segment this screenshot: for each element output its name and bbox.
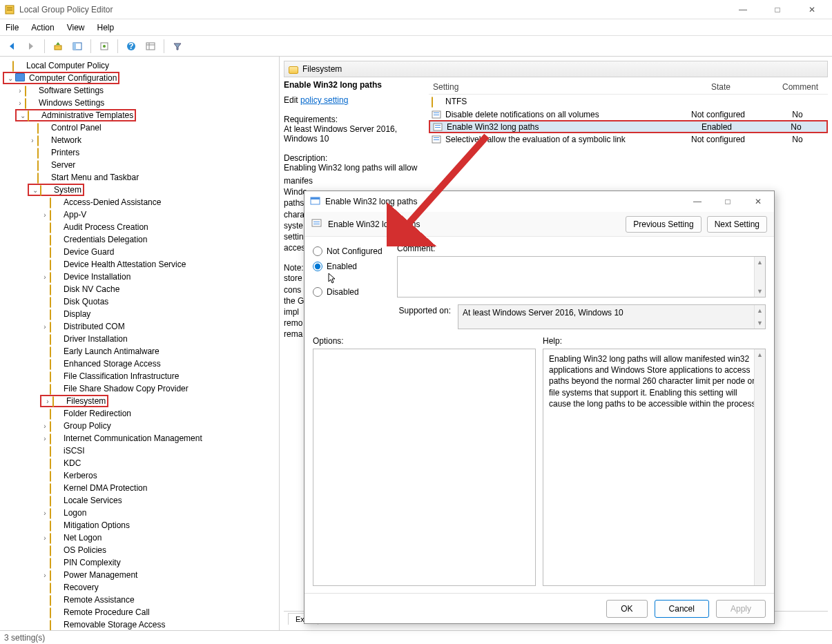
tree-item[interactable]: Removable Storage Access [0, 618, 279, 630]
tree-item-label: Display [64, 309, 90, 319]
tree-item[interactable]: Net Logon [0, 531, 279, 544]
col-state[interactable]: State [669, 80, 773, 94]
tree-item[interactable]: Control Panel [0, 121, 279, 134]
dialog-minimize-button[interactable]: ― [687, 197, 708, 206]
folder-icon [50, 384, 61, 393]
tree-item[interactable]: Disk NV Cache [0, 283, 279, 295]
tree-item-label: Mitigation Options [64, 520, 130, 530]
menu-help[interactable]: Help [97, 23, 115, 32]
tree-item[interactable]: Remote Procedure Call [0, 606, 279, 618]
tree-item[interactable]: Internet Communication Management [0, 432, 279, 445]
folder-icon [37, 173, 48, 182]
requirements-label: Requirements: [284, 115, 423, 124]
tree-item[interactable]: Device Health Attestation Service [0, 258, 279, 271]
tree-item[interactable]: Power Management [0, 569, 279, 581]
previous-setting-button[interactable]: Previous Setting [626, 216, 701, 233]
tree-item[interactable]: OS Policies [0, 544, 279, 556]
apply-button[interactable]: Apply [716, 600, 766, 618]
dialog-maximize-button[interactable]: □ [717, 197, 738, 206]
tree-item[interactable]: Group Policy [0, 420, 279, 432]
tree-item[interactable]: File Classification Infrastructure [0, 370, 279, 382]
list-row[interactable]: Enable Win32 long pathsEnabledNo [429, 120, 828, 133]
tree-item[interactable]: System [0, 184, 279, 196]
tree-item-label: Access-Denied Assistance [64, 197, 161, 207]
maximize-button[interactable]: □ [767, 5, 788, 14]
tree-item[interactable]: Printers [0, 146, 279, 159]
setting-comment: No [770, 110, 825, 119]
tree-item[interactable]: Device Guard [0, 246, 279, 258]
tree-item[interactable]: Windows Settings [0, 97, 279, 109]
tree-item[interactable]: Kernel DMA Protection [0, 482, 279, 494]
tree-item[interactable]: Disk Quotas [0, 295, 279, 308]
close-button[interactable]: ✕ [802, 5, 822, 14]
filter-button[interactable] [170, 39, 185, 54]
dialog-close-button[interactable]: ✕ [748, 197, 768, 206]
tree-item[interactable]: Access-Denied Assistance [0, 196, 279, 208]
minimize-button[interactable]: ― [733, 5, 753, 14]
tree-item[interactable]: App-V [0, 208, 279, 221]
tree-item[interactable]: Device Installation [0, 271, 279, 283]
list-row[interactable]: Disable delete notifications on all volu… [429, 108, 828, 121]
properties-button[interactable] [97, 39, 112, 54]
tree-pane[interactable]: Local Computer PolicyComputer Configurat… [0, 57, 280, 630]
next-setting-button[interactable]: Next Setting [707, 216, 767, 233]
help-button[interactable]: ? [124, 39, 139, 54]
tree-item[interactable]: iSCSI [0, 445, 279, 457]
breadcrumb-label: Filesystem [302, 64, 342, 74]
tree-item[interactable]: Audit Process Creation [0, 221, 279, 233]
tree-item[interactable]: Local Computer Policy [0, 59, 279, 72]
tree-item[interactable]: Start Menu and Taskbar [0, 171, 279, 184]
tree-item[interactable]: Display [0, 308, 279, 320]
svg-rect-20 [434, 137, 439, 138]
list-button[interactable] [143, 39, 158, 54]
tree-item[interactable]: Driver Installation [0, 333, 279, 345]
col-setting[interactable]: Setting [429, 80, 669, 94]
tree-item[interactable]: Enhanced Storage Access [0, 358, 279, 370]
settings-list[interactable]: NTFSDisable delete notifications on all … [429, 95, 828, 146]
policy-icon [433, 122, 444, 132]
folder-icon [50, 483, 61, 493]
up-button[interactable] [50, 39, 66, 54]
tree-item-label: Start Menu and Taskbar [51, 173, 139, 182]
tree-item[interactable]: Software Settings [0, 84, 279, 97]
folder-icon [37, 160, 48, 170]
menu-view[interactable]: View [67, 23, 85, 32]
tree-item[interactable]: Folder Redirection [0, 407, 279, 420]
show-hide-tree-button[interactable] [70, 39, 85, 54]
tree-item[interactable]: Recovery [0, 581, 279, 594]
radio-enabled[interactable]: Enabled [313, 262, 389, 271]
radio-not-configured[interactable]: Not Configured [313, 246, 389, 256]
tree-item[interactable]: Remote Assistance [0, 594, 279, 606]
tree-item-label: Device Health Attestation Service [64, 260, 186, 269]
tree-item[interactable]: Distributed COM [0, 320, 279, 333]
tree-item[interactable]: Mitigation Options [0, 519, 279, 531]
tree-item[interactable]: Kerberos [0, 469, 279, 482]
tree-item[interactable]: Locale Services [0, 494, 279, 507]
list-row[interactable]: Selectively allow the evaluation of a sy… [429, 133, 828, 146]
policy-state-radios: Not Configured Enabled Disabled [313, 244, 389, 297]
tree-item[interactable]: Computer Configuration [0, 72, 279, 84]
back-button[interactable] [4, 39, 19, 54]
ok-button[interactable]: OK [606, 600, 647, 618]
menu-action[interactable]: Action [31, 23, 54, 32]
cancel-button[interactable]: Cancel [655, 600, 709, 618]
tree-item[interactable]: Filesystem [0, 395, 279, 407]
tree-item[interactable]: PIN Complexity [0, 556, 279, 569]
tree-item-label: Internet Communication Management [64, 433, 202, 443]
tree-item[interactable]: Administrative Templates [0, 109, 279, 121]
list-row[interactable]: NTFS [429, 95, 828, 108]
tree-item[interactable]: File Share Shadow Copy Provider [0, 382, 279, 395]
tree-item[interactable]: Logon [0, 507, 279, 519]
forward-button[interactable] [23, 39, 39, 54]
tree-item[interactable]: Credentials Delegation [0, 233, 279, 246]
tree-item-label: Software Settings [39, 86, 104, 95]
comment-textarea[interactable]: ▲▼ [397, 256, 766, 297]
col-comment[interactable]: Comment [773, 80, 828, 94]
tree-item[interactable]: Network [0, 134, 279, 146]
tree-item[interactable]: Server [0, 159, 279, 171]
menu-file[interactable]: File [6, 23, 19, 32]
edit-policy-link[interactable]: policy setting [300, 95, 348, 105]
tree-item[interactable]: KDC [0, 457, 279, 469]
tree-item[interactable]: Early Launch Antimalware [0, 345, 279, 358]
radio-disabled[interactable]: Disabled [313, 287, 389, 297]
